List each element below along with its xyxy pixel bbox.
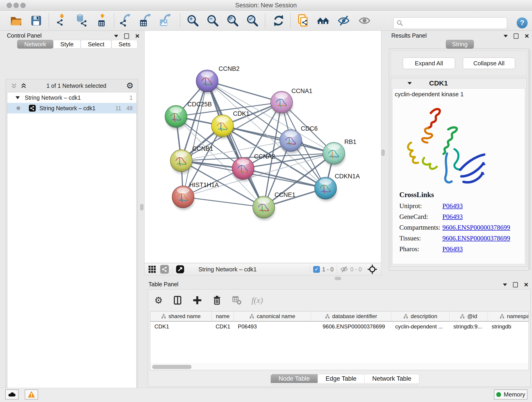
function-builder-icon[interactable]: f(x) <box>252 295 263 305</box>
table-panel-menu-icon[interactable] <box>503 283 507 286</box>
zoom-out-icon[interactable] <box>206 14 219 27</box>
export-image-icon[interactable] <box>159 14 172 27</box>
cloud-status-button[interactable] <box>5 389 19 400</box>
fit-selected-crosshair-icon[interactable] <box>367 264 377 274</box>
crosslink-link[interactable]: 9606.ENSP00000378699 <box>443 235 510 242</box>
copy-network-icon[interactable] <box>297 14 309 27</box>
control-panel-close-icon[interactable]: ✕ <box>135 33 140 39</box>
save-session-icon[interactable] <box>31 15 42 26</box>
network-node-CCNE1[interactable]: CCNE1 <box>253 191 296 220</box>
control-panel-float-icon[interactable] <box>124 33 129 39</box>
results-panel-float-icon[interactable] <box>514 33 519 39</box>
search-input[interactable] <box>393 17 507 29</box>
column-header-database-identifier[interactable]: database identifier <box>311 312 391 321</box>
add-column-icon[interactable] <box>192 295 202 305</box>
collapse-all-button[interactable]: Collapse All <box>463 57 515 69</box>
clear-table-icon[interactable] <box>232 295 241 305</box>
zoom-selected-icon[interactable] <box>246 14 259 27</box>
zoom-fit-icon[interactable] <box>226 14 239 27</box>
table-cell[interactable]: CDK1 <box>150 323 211 330</box>
results-scrollbar[interactable] <box>529 49 531 270</box>
hide-selected-icon[interactable] <box>337 14 350 27</box>
crosslink-link[interactable]: P06493 <box>443 202 463 210</box>
tree-count: 48 <box>126 105 133 112</box>
table-cell[interactable]: CDK1 <box>211 323 234 330</box>
column-header-namespace[interactable]: namespace <box>488 312 529 321</box>
table-cell[interactable]: cyclin-dependent ... <box>391 323 449 330</box>
search-field[interactable] <box>405 20 504 27</box>
tab-network[interactable]: Network <box>17 40 53 49</box>
tab-network-table[interactable]: Network Table <box>364 374 419 383</box>
export-table-icon[interactable] <box>139 14 152 27</box>
crosslink-link[interactable]: 9606.ENSP00000378699 <box>443 224 510 231</box>
expand-all-networks-icon[interactable] <box>21 83 27 89</box>
tab-select[interactable]: Select <box>81 40 111 49</box>
node-gloss <box>285 131 297 137</box>
export-network-icon[interactable] <box>119 14 132 27</box>
crosslink-link[interactable]: P06493 <box>443 213 463 220</box>
table-cell[interactable]: stringdb:9... <box>449 323 488 330</box>
column-header--id[interactable]: @id <box>449 312 488 321</box>
control-panel-menu-icon[interactable] <box>114 35 118 37</box>
memory-button[interactable]: Memory <box>494 389 527 400</box>
table-cell[interactable]: P06493 <box>234 323 311 330</box>
tab-string[interactable]: String <box>446 40 474 49</box>
selected-checkbox[interactable]: ✓ <box>313 266 320 273</box>
column-header-name[interactable]: name <box>211 312 234 321</box>
results-panel-close-icon[interactable]: ✕ <box>525 33 529 39</box>
network-node-CDC6[interactable]: CDC6 <box>280 125 318 153</box>
tree-expander-icon[interactable] <box>16 96 20 99</box>
network-node-CDKN1A[interactable]: CDKN1A <box>315 173 360 201</box>
tab-sets[interactable]: Sets <box>111 40 138 49</box>
table-panel-float-icon[interactable] <box>513 282 518 287</box>
home-pages-icon[interactable] <box>317 14 330 27</box>
network-node-RB1[interactable]: RB1 <box>323 138 356 166</box>
delete-column-icon[interactable] <box>212 295 222 305</box>
string-network-graph[interactable]: CCNB2CCNA1CDC25BCDK1CDC6RB1CCNB1CCNA2CDK… <box>145 31 381 263</box>
show-all-icon[interactable] <box>358 14 371 27</box>
table-panel-close-icon[interactable]: ✕ <box>524 282 529 288</box>
import-table-icon[interactable] <box>96 14 109 27</box>
network-edge[interactable] <box>183 81 207 197</box>
column-header-description[interactable]: description <box>391 312 449 321</box>
tab-edge-table[interactable]: Edge Table <box>317 374 364 383</box>
network-tree-item[interactable]: String Network – cdk11 <box>7 92 136 103</box>
right-splitter-handle[interactable] <box>381 149 385 156</box>
table-cell[interactable]: 9606.ENSP00000378699 <box>311 323 391 330</box>
tab-node-table[interactable]: Node Table <box>271 374 317 383</box>
network-node-HIST1H1A[interactable]: HIST1H1A <box>172 182 219 210</box>
network-edge[interactable] <box>183 197 264 207</box>
hidden-eye-slash-icon[interactable] <box>340 265 348 273</box>
open-session-icon[interactable] <box>10 14 22 27</box>
collapse-all-networks-icon[interactable] <box>11 83 17 89</box>
network-tree-item[interactable]: String Network – cdk11148 <box>7 103 136 114</box>
network-node-CCNA1[interactable]: CCNA1 <box>271 88 312 115</box>
network-node-CCNB2[interactable]: CCNB2 <box>196 65 240 94</box>
gene-card-collapse-icon[interactable] <box>408 82 412 85</box>
network-canvas[interactable]: CCNB2CCNA1CDC25BCDK1CDC6RB1CCNB1CCNA2CDK… <box>144 31 381 263</box>
scrollbar-thumb[interactable] <box>152 365 191 369</box>
zoom-in-icon[interactable] <box>186 14 199 27</box>
help-button[interactable]: ? <box>517 17 528 28</box>
import-network-database-icon[interactable] <box>75 14 88 27</box>
left-splitter-handle[interactable] <box>140 204 143 211</box>
table-row[interactable]: CDK1CDK1P064939606.ENSP00000378699cyclin… <box>150 322 529 332</box>
table-horizontal-scrollbar[interactable] <box>150 364 529 370</box>
column-header-shared-name[interactable]: shared name <box>150 312 211 321</box>
results-panel-menu-icon[interactable] <box>504 35 508 37</box>
network-thumbnail-icon[interactable] <box>160 265 169 274</box>
column-header-canonical-name[interactable]: canonical name <box>234 312 311 321</box>
tab-style[interactable]: Style <box>53 40 81 49</box>
expand-all-button[interactable]: Expand All <box>403 57 455 69</box>
network-options-gear-icon[interactable]: ⚙ <box>126 82 133 90</box>
table-cell[interactable]: stringdb <box>488 323 529 330</box>
view-grid-icon[interactable] <box>148 265 156 273</box>
toggle-column-panel-icon[interactable] <box>173 295 182 305</box>
toolbar-separator <box>180 13 180 27</box>
import-network-file-icon[interactable] <box>56 14 69 27</box>
table-options-gear-icon[interactable]: ⚙ <box>154 296 163 305</box>
refresh-icon[interactable] <box>272 14 285 27</box>
crosslink-link[interactable]: P06493 <box>443 245 463 253</box>
warnings-button[interactable] <box>25 389 38 400</box>
open-view-icon[interactable] <box>176 265 185 274</box>
